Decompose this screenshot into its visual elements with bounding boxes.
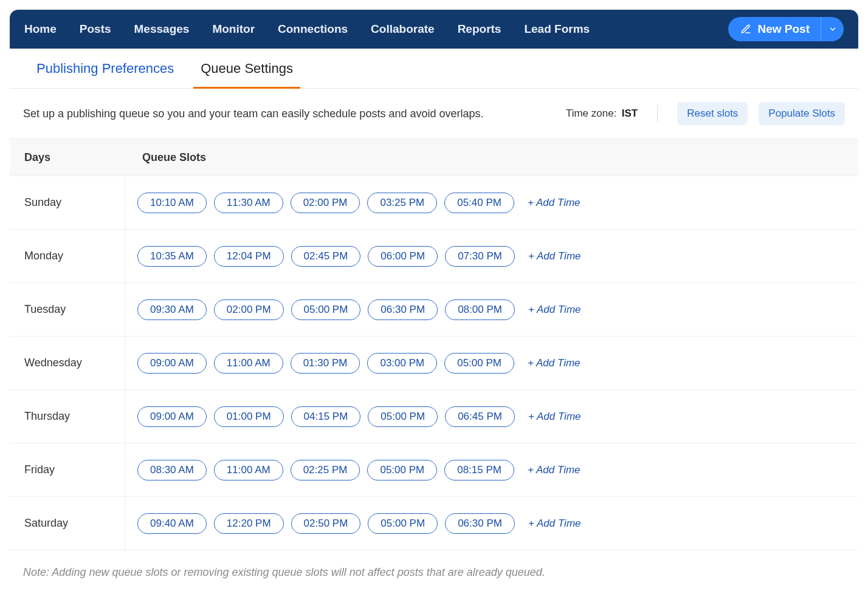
time-slot-chip[interactable]: 09:00 AM <box>137 406 207 427</box>
time-slot-chip[interactable]: 05:00 PM <box>368 406 438 427</box>
nav-connections[interactable]: Connections <box>278 22 348 36</box>
time-slot-chip[interactable]: 03:00 PM <box>367 353 437 374</box>
time-slot-chip[interactable]: 06:45 PM <box>445 406 515 427</box>
nav-lead-forms[interactable]: Lead Forms <box>524 22 590 36</box>
slots-container: 09:40 AM12:20 PM02:50 PM05:00 PM06:30 PM… <box>125 513 581 534</box>
time-slot-chip[interactable]: 04:15 PM <box>291 406 361 427</box>
slots-container: 09:00 AM11:00 AM01:30 PM03:00 PM05:00 PM… <box>125 353 580 374</box>
add-time-button[interactable]: + Add Time <box>528 464 580 476</box>
time-slot-chip[interactable]: 12:04 PM <box>214 246 284 267</box>
timezone-label: Time zone: <box>566 108 616 119</box>
day-label: Saturday <box>10 497 125 550</box>
queue-row: Thursday09:00 AM01:00 PM04:15 PM05:00 PM… <box>10 390 858 443</box>
add-time-button[interactable]: + Add Time <box>528 518 581 530</box>
queue-rows: Sunday10:10 AM11:30 AM02:00 PM03:25 PM05… <box>10 176 858 550</box>
footer-note: Note: Adding new queue slots or removing… <box>10 550 858 595</box>
time-slot-chip[interactable]: 02:25 PM <box>291 460 360 480</box>
queue-row: Wednesday09:00 AM11:00 AM01:30 PM03:00 P… <box>10 337 858 390</box>
description-bar: Set up a publishing queue so you and you… <box>10 89 858 138</box>
add-time-button[interactable]: + Add Time <box>528 250 581 262</box>
queue-row: Friday08:30 AM11:00 AM02:25 PM05:00 PM08… <box>10 443 858 497</box>
time-slot-chip[interactable]: 08:30 AM <box>137 460 207 480</box>
time-slot-chip[interactable]: 08:00 PM <box>445 299 515 320</box>
time-slot-chip[interactable]: 05:00 PM <box>367 460 437 480</box>
time-slot-chip[interactable]: 01:30 PM <box>291 353 360 374</box>
nav-messages[interactable]: Messages <box>134 22 190 36</box>
time-slot-chip[interactable]: 08:15 PM <box>444 460 514 480</box>
tab-queue-settings[interactable]: Queue Settings <box>201 49 293 88</box>
time-slot-chip[interactable]: 05:00 PM <box>368 513 438 534</box>
header-days: Days <box>10 151 125 164</box>
slots-container: 10:35 AM12:04 PM02:45 PM06:00 PM07:30 PM… <box>125 246 581 267</box>
description-text: Set up a publishing queue so you and you… <box>23 108 555 120</box>
add-time-button[interactable]: + Add Time <box>528 411 581 423</box>
time-slot-chip[interactable]: 03:25 PM <box>367 193 437 213</box>
divider <box>657 105 658 122</box>
time-slot-chip[interactable]: 05:00 PM <box>444 353 514 374</box>
slots-container: 09:00 AM01:00 PM04:15 PM05:00 PM06:45 PM… <box>125 406 581 427</box>
time-slot-chip[interactable]: 05:40 PM <box>444 193 514 213</box>
new-post-dropdown[interactable] <box>821 17 844 41</box>
queue-row: Tuesday09:30 AM02:00 PM05:00 PM06:30 PM0… <box>10 283 858 337</box>
time-slot-chip[interactable]: 09:30 AM <box>137 299 207 320</box>
pencil-icon <box>740 24 751 35</box>
add-time-button[interactable]: + Add Time <box>528 197 580 209</box>
timezone-value: IST <box>622 108 638 119</box>
table-header: Days Queue Slots <box>10 138 858 176</box>
nav-collaborate[interactable]: Collaborate <box>371 22 435 36</box>
time-slot-chip[interactable]: 11:00 AM <box>214 460 283 480</box>
time-slot-chip[interactable]: 02:00 PM <box>291 193 360 213</box>
timezone-display: Time zone: IST <box>566 108 638 120</box>
header-queue-slots: Queue Slots <box>125 151 206 164</box>
time-slot-chip[interactable]: 10:10 AM <box>137 193 207 213</box>
slots-container: 08:30 AM11:00 AM02:25 PM05:00 PM08:15 PM… <box>125 460 580 480</box>
add-time-button[interactable]: + Add Time <box>528 357 580 369</box>
time-slot-chip[interactable]: 10:35 AM <box>137 246 207 267</box>
slots-container: 09:30 AM02:00 PM05:00 PM06:30 PM08:00 PM… <box>125 299 581 320</box>
reset-slots-button[interactable]: Reset slots <box>677 102 748 125</box>
time-slot-chip[interactable]: 07:30 PM <box>445 246 515 267</box>
sub-tabs: Publishing Preferences Queue Settings <box>10 49 858 89</box>
populate-slots-button[interactable]: Populate Slots <box>759 102 845 125</box>
day-label: Tuesday <box>10 283 125 336</box>
time-slot-chip[interactable]: 02:50 PM <box>291 513 361 534</box>
day-label: Monday <box>10 230 125 282</box>
time-slot-chip[interactable]: 02:45 PM <box>291 246 361 267</box>
queue-row: Monday10:35 AM12:04 PM02:45 PM06:00 PM07… <box>10 230 858 283</box>
time-slot-chip[interactable]: 09:00 AM <box>137 353 207 374</box>
time-slot-chip[interactable]: 09:40 AM <box>137 513 207 534</box>
time-slot-chip[interactable]: 05:00 PM <box>291 299 361 320</box>
chevron-down-icon <box>828 25 837 33</box>
add-time-button[interactable]: + Add Time <box>528 304 581 316</box>
top-nav: Home Posts Messages Monitor Connections … <box>10 10 858 49</box>
day-label: Friday <box>10 443 125 496</box>
time-slot-chip[interactable]: 06:30 PM <box>445 513 515 534</box>
time-slot-chip[interactable]: 02:00 PM <box>214 299 284 320</box>
time-slot-chip[interactable]: 01:00 PM <box>214 406 284 427</box>
new-post-label: New Post <box>757 22 810 36</box>
day-label: Thursday <box>10 390 125 443</box>
time-slot-chip[interactable]: 06:00 PM <box>368 246 438 267</box>
queue-row: Saturday09:40 AM12:20 PM02:50 PM05:00 PM… <box>10 497 858 550</box>
nav-posts[interactable]: Posts <box>80 22 111 36</box>
tab-publishing-preferences[interactable]: Publishing Preferences <box>36 49 174 88</box>
nav-reports[interactable]: Reports <box>458 22 501 36</box>
nav-home[interactable]: Home <box>24 22 57 36</box>
time-slot-chip[interactable]: 12:20 PM <box>214 513 284 534</box>
new-post-split-button: New Post <box>728 17 844 41</box>
day-label: Sunday <box>10 176 125 229</box>
time-slot-chip[interactable]: 11:30 AM <box>214 193 283 213</box>
queue-row: Sunday10:10 AM11:30 AM02:00 PM03:25 PM05… <box>10 176 858 230</box>
time-slot-chip[interactable]: 11:00 AM <box>214 353 283 374</box>
slots-container: 10:10 AM11:30 AM02:00 PM03:25 PM05:40 PM… <box>125 193 580 213</box>
time-slot-chip[interactable]: 06:30 PM <box>368 299 438 320</box>
nav-monitor[interactable]: Monitor <box>212 22 255 36</box>
new-post-button[interactable]: New Post <box>728 17 821 41</box>
day-label: Wednesday <box>10 337 125 389</box>
